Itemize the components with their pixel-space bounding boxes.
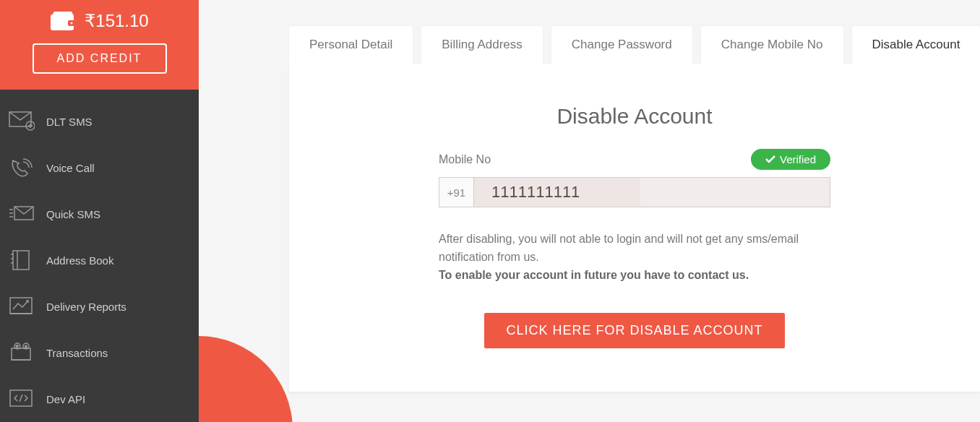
tab-change-password[interactable]: Change Password bbox=[551, 26, 692, 64]
tab-billing-address[interactable]: Billing Address bbox=[421, 26, 543, 64]
sidebar-item-label: DLT SMS bbox=[46, 116, 93, 128]
phone-icon bbox=[9, 158, 35, 178]
wallet-icon bbox=[50, 10, 76, 32]
disclaimer: After disabling, you will not able to lo… bbox=[439, 231, 830, 284]
sidebar-item-voice-call[interactable]: Voice Call bbox=[0, 145, 199, 191]
book-icon bbox=[9, 250, 35, 270]
chart-icon bbox=[9, 296, 35, 316]
phone-input[interactable]: +91 1111111111 bbox=[439, 177, 830, 207]
mobile-field-row: Mobile No Verified bbox=[439, 149, 830, 170]
phone-number: 1111111111 bbox=[474, 178, 640, 207]
panel-disable-account: Disable Account Mobile No Verified +91 1… bbox=[289, 64, 980, 392]
sidebar-item-address-book[interactable]: Address Book bbox=[0, 237, 199, 283]
verified-label: Verified bbox=[780, 153, 816, 165]
svg-rect-8 bbox=[12, 348, 30, 360]
sidebar-item-transactions[interactable]: ₹$ Transactions bbox=[0, 330, 199, 376]
check-icon bbox=[765, 153, 775, 165]
credit-balance: ₹151.10 bbox=[14, 10, 184, 32]
sidebar-item-label: Dev API bbox=[46, 393, 85, 405]
sidebar-item-dlt-sms[interactable]: DLT SMS bbox=[0, 98, 199, 145]
sidebar-item-label: Transactions bbox=[46, 347, 108, 359]
money-icon: ₹$ bbox=[9, 343, 35, 363]
svg-text:₹: ₹ bbox=[16, 345, 19, 349]
sidebar-nav: DLT SMS Voice Call Quick SMS Address Boo… bbox=[0, 90, 199, 422]
tabs: Personal Detail Billing Address Change P… bbox=[289, 26, 980, 64]
code-icon bbox=[9, 389, 35, 409]
verified-badge: Verified bbox=[751, 149, 830, 170]
credit-box: ₹151.10 ADD CREDIT bbox=[0, 0, 199, 90]
disclaimer-line2: To enable your account in future you hav… bbox=[439, 269, 749, 281]
tab-change-mobile-no[interactable]: Change Mobile No bbox=[701, 26, 843, 64]
sidebar-item-delivery-reports[interactable]: Delivery Reports bbox=[0, 283, 199, 330]
svg-point-2 bbox=[71, 22, 73, 25]
disable-account-button[interactable]: CLICK HERE FOR DISABLE ACCOUNT bbox=[484, 313, 784, 348]
main-content: Personal Detail Billing Address Change P… bbox=[289, 26, 980, 392]
sidebar-item-label: Delivery Reports bbox=[46, 301, 126, 313]
sidebar-item-label: Voice Call bbox=[46, 162, 95, 174]
disclaimer-line1: After disabling, you will not able to lo… bbox=[439, 233, 799, 263]
tab-disable-account[interactable]: Disable Account bbox=[852, 26, 980, 64]
credit-amount: ₹151.10 bbox=[85, 11, 148, 31]
decorative-blob bbox=[199, 336, 293, 422]
sidebar-item-quick-sms[interactable]: Quick SMS bbox=[0, 191, 199, 237]
phone-prefix: +91 bbox=[439, 178, 474, 207]
sidebar-item-label: Quick SMS bbox=[46, 208, 100, 220]
tab-personal-detail[interactable]: Personal Detail bbox=[289, 26, 413, 64]
add-credit-button[interactable]: ADD CREDIT bbox=[33, 43, 167, 74]
sidebar: ₹151.10 ADD CREDIT DLT SMS Voice Call Qu… bbox=[0, 0, 199, 422]
mobile-label: Mobile No bbox=[439, 153, 491, 166]
envelope-plus-icon bbox=[9, 111, 35, 132]
sidebar-item-dev-api[interactable]: Dev API bbox=[0, 376, 199, 422]
envelope-fast-icon bbox=[9, 204, 35, 224]
svg-rect-6 bbox=[13, 251, 29, 270]
panel-title: Disable Account bbox=[439, 104, 830, 129]
phone-input-rest bbox=[640, 178, 830, 207]
sidebar-item-label: Address Book bbox=[46, 254, 113, 267]
